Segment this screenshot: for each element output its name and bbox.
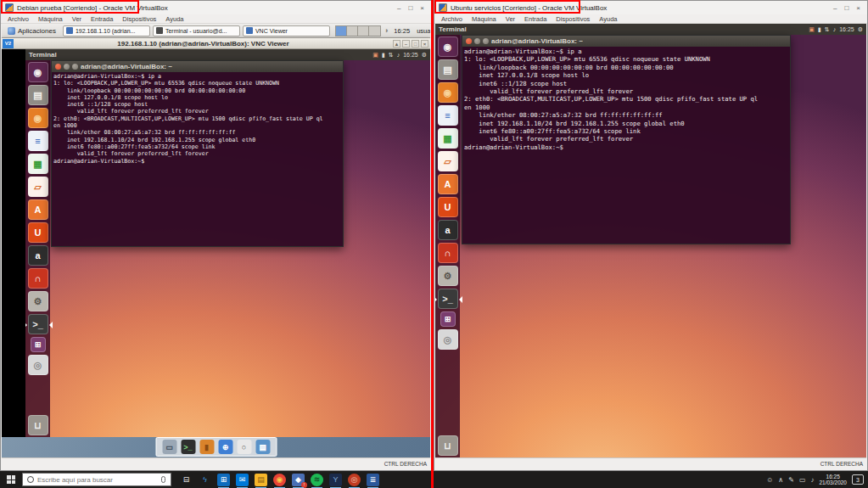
file-explorer-icon[interactable]: ▤ — [255, 474, 267, 486]
optical-status-icon[interactable] — [300, 461, 306, 468]
flow-app-icon[interactable]: ϟ — [199, 474, 211, 486]
minimize-button[interactable]: – — [833, 4, 837, 12]
ubuntu-software-icon[interactable]: A — [28, 199, 48, 220]
menu-item[interactable]: Dispositivos — [122, 15, 156, 23]
network-arrows-icon[interactable]: ⇅ — [389, 52, 394, 59]
dock-files-icon[interactable]: ▤ — [255, 440, 270, 454]
display-tray-icon[interactable]: ▭ — [799, 476, 806, 484]
opera-icon[interactable]: ◎ — [348, 474, 361, 486]
taskbar-window-button[interactable]: VNC Viewer — [243, 25, 330, 36]
shared-folders-status-icon[interactable] — [333, 461, 340, 468]
terminal-window[interactable]: adrian@adrian-VirtualBox: ~ adrian@adria… — [51, 60, 344, 247]
chrome-icon[interactable]: ◉ — [273, 474, 286, 486]
ubuntu-one-icon[interactable]: U — [28, 222, 48, 243]
menu-item[interactable]: Ver — [506, 15, 515, 23]
task-view-icon[interactable]: ⊟ — [180, 474, 193, 486]
display-tray-icon[interactable]: ▣ — [809, 26, 815, 33]
search-input[interactable] — [37, 476, 158, 484]
applications-menu-button[interactable]: Aplicaciones — [4, 26, 59, 36]
libreoffice-calc-icon[interactable]: ▦ — [438, 128, 458, 149]
vm-display-ubuntu[interactable]: Terminal ▣▮⇅♪ 16:25 ⚙ ◉▤◉≡▦▱AUa∩⚙>_⊞◎⊔ a… — [435, 24, 866, 457]
network-status-icon[interactable] — [316, 461, 323, 468]
menu-item[interactable]: Archivo — [441, 15, 462, 23]
libreoffice-impress-icon[interactable]: ▱ — [28, 177, 48, 197]
trash-icon[interactable]: ⊔ — [438, 435, 458, 456]
battery-icon[interactable]: ▮ — [818, 26, 821, 33]
terminal-icon[interactable]: >_ — [28, 314, 48, 334]
menu-item[interactable]: Entrada — [91, 15, 113, 23]
dock-package-icon[interactable]: ▮ — [199, 440, 214, 454]
files-icon[interactable]: ▤ — [28, 85, 48, 105]
taskbar-clock[interactable]: 16:25 21/03/2020 — [819, 474, 847, 486]
minimize-button[interactable]: – — [397, 4, 400, 12]
pen-tray-icon[interactable]: ✎ — [788, 476, 794, 484]
battery-icon[interactable]: ▮ — [382, 52, 385, 59]
hdd-status-icon[interactable] — [727, 461, 734, 468]
volume-tray-icon[interactable]: ♪ — [810, 476, 814, 484]
panel-tray-icon[interactable]: ◗ — [384, 26, 389, 35]
spotify-icon[interactable]: ≋ — [311, 474, 323, 486]
ubuntu-one-icon[interactable]: U — [438, 197, 458, 217]
workspace-3[interactable] — [358, 26, 369, 36]
terminal-close-icon[interactable] — [466, 38, 472, 44]
dock-display-icon[interactable]: ▭ — [162, 440, 176, 454]
cd-disk-icon[interactable]: ◎ — [438, 329, 458, 350]
terminal-output[interactable]: adrian@adrian-VirtualBox:~$ ip a1: lo: <… — [462, 47, 790, 244]
display-status-icon[interactable] — [342, 461, 349, 468]
microsoft-store-icon[interactable]: ⊞ — [217, 474, 230, 486]
usb-status-icon[interactable] — [761, 461, 768, 468]
unity-clock[interactable]: 16:25 — [839, 26, 854, 32]
vnc-maximize-button[interactable]: □ — [412, 40, 419, 48]
usb-status-icon[interactable] — [325, 461, 332, 468]
volume-icon[interactable]: ♪ — [833, 26, 837, 33]
terminal-titlebar[interactable]: adrian@adrian-VirtualBox: ~ — [52, 61, 343, 72]
microphone-icon[interactable] — [161, 476, 165, 483]
word-document-icon[interactable]: ≣ — [367, 474, 379, 486]
vm-display-debian[interactable]: Aplicaciones 192.168.1.10 (adrian... Ter… — [2, 24, 430, 457]
keyboard-status-icon[interactable] — [812, 461, 819, 468]
session-gear-icon[interactable]: ⚙ — [422, 52, 427, 59]
terminal-minimize-icon[interactable] — [64, 64, 70, 70]
titlebar-debian[interactable]: Debian prueba [Corriendo] - Oracle VM Vi… — [1, 1, 431, 14]
chevron-up-icon[interactable]: ∧ — [778, 476, 783, 484]
menu-item[interactable]: Ver — [72, 15, 81, 23]
session-gear-icon[interactable]: ⚙ — [858, 26, 863, 33]
amazon-icon[interactable]: a — [28, 245, 48, 266]
menu-item[interactable]: Archivo — [8, 15, 29, 23]
menu-item[interactable]: Máquina — [38, 15, 63, 23]
dock-search-icon[interactable]: ○ — [237, 440, 251, 454]
people-tray-icon[interactable]: ☺ — [766, 476, 773, 484]
close-button[interactable]: × — [856, 4, 860, 12]
defender-app-icon[interactable]: Y — [329, 474, 342, 486]
display-tray-icon[interactable]: ▣ — [372, 52, 378, 59]
shared-folders-status-icon[interactable] — [770, 461, 776, 468]
maximize-button[interactable]: □ — [408, 4, 412, 12]
terminal-maximize-icon[interactable] — [483, 38, 489, 44]
volume-icon[interactable]: ♪ — [397, 52, 400, 59]
ubuntu-software-icon[interactable]: A — [438, 174, 458, 194]
firefox-icon[interactable]: ◉ — [438, 82, 458, 103]
terminal-close-icon[interactable] — [55, 64, 61, 70]
recording-status-icon[interactable] — [350, 461, 357, 468]
cd-disk-icon[interactable]: ◎ — [28, 355, 48, 375]
unity-clock[interactable]: 16:25 — [403, 52, 418, 58]
optical-status-icon[interactable] — [736, 461, 742, 468]
menu-item[interactable]: Entrada — [524, 15, 546, 23]
hdd-status-icon[interactable] — [291, 461, 298, 468]
dock-terminal-icon[interactable]: >_ — [181, 440, 195, 454]
mouse-status-icon[interactable] — [804, 461, 810, 468]
display-status-icon[interactable] — [778, 461, 785, 468]
dock-browser-icon[interactable]: ⊕ — [218, 440, 232, 454]
menu-item[interactable]: Ayuda — [165, 15, 183, 23]
ubuntu-music-icon[interactable]: ∩ — [438, 243, 458, 263]
workspace-switcher-icon[interactable]: ⊞ — [31, 337, 46, 352]
terminal-icon[interactable]: >_ — [438, 289, 458, 309]
menu-item[interactable]: Ayuda — [599, 15, 617, 23]
close-button[interactable]: × — [420, 4, 424, 12]
terminal-minimize-icon[interactable] — [474, 38, 480, 44]
libreoffice-writer-icon[interactable]: ≡ — [438, 105, 458, 126]
features-status-icon[interactable] — [359, 461, 366, 468]
workspace-1[interactable] — [336, 26, 347, 36]
recording-status-icon[interactable] — [787, 461, 793, 468]
system-settings-icon[interactable]: ⚙ — [28, 291, 48, 311]
